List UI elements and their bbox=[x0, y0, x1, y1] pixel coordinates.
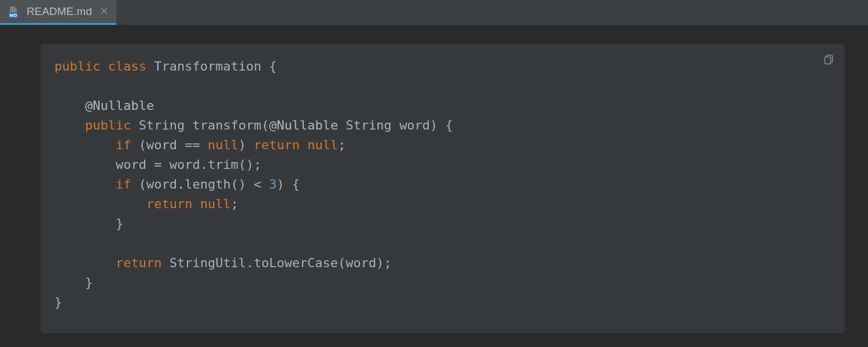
close-icon[interactable] bbox=[100, 6, 108, 17]
editor-tab-readme[interactable]: MD README.md bbox=[0, 0, 116, 25]
svg-rect-7 bbox=[825, 57, 831, 64]
tab-bar: MD README.md bbox=[0, 0, 868, 25]
code-fence-block: public class Transformation { @Nullable … bbox=[41, 44, 845, 333]
code-content[interactable]: public class Transformation { @Nullable … bbox=[54, 57, 831, 312]
editor-viewport[interactable]: public class Transformation { @Nullable … bbox=[0, 25, 868, 347]
markdown-file-icon: MD bbox=[7, 5, 21, 19]
tab-filename: README.md bbox=[27, 5, 92, 18]
svg-text:MD: MD bbox=[10, 13, 17, 18]
copy-icon[interactable] bbox=[823, 53, 834, 67]
